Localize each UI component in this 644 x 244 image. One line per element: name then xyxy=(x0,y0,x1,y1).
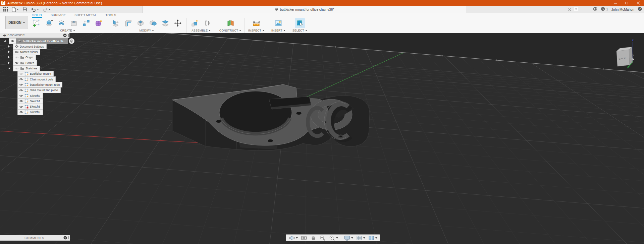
tree-item-sketch5[interactable]: Sketch5 xyxy=(17,93,43,99)
visibility-toggle[interactable] xyxy=(15,56,19,59)
tool-move-button[interactable] xyxy=(173,18,183,28)
ribbon-group-label-modify[interactable]: MODIFY xyxy=(140,29,154,32)
tree-caret-expanded[interactable] xyxy=(8,67,10,69)
tool-press-pull-button[interactable] xyxy=(111,18,121,28)
viewport-canvas[interactable]: Z BACK xyxy=(0,33,644,244)
comments-expand-icon[interactable] xyxy=(63,236,67,240)
browser-collapse-icon[interactable]: ◀◀ xyxy=(3,34,5,37)
ribbon-group-label-insert[interactable]: INSERT xyxy=(271,29,285,32)
ribbon-group-label-assemble[interactable]: ASSEMBLE xyxy=(192,29,211,32)
visibility-toggle[interactable] xyxy=(19,111,23,114)
tool-shell-button[interactable] xyxy=(136,18,146,28)
close-document-icon[interactable] xyxy=(568,6,571,12)
tool-create-sketch-button[interactable] xyxy=(32,18,42,28)
close-button[interactable] xyxy=(633,0,644,6)
tree-caret-collapsed[interactable] xyxy=(8,56,10,59)
browser-minimize-icon[interactable] xyxy=(63,34,67,37)
tool-extrude-button[interactable] xyxy=(44,18,54,28)
nav-layout-grid-button[interactable] xyxy=(355,235,366,241)
activate-component-radio[interactable] xyxy=(69,38,74,44)
browser-panel-header[interactable]: ◀◀ BROWSER xyxy=(0,33,69,38)
tool-hole-button[interactable] xyxy=(69,18,79,28)
notification-center-icon[interactable] xyxy=(601,6,605,12)
redo-button[interactable] xyxy=(41,6,52,12)
undo-button[interactable] xyxy=(30,6,40,12)
job-status-icon[interactable] xyxy=(593,6,597,12)
tree-item-document-settings[interactable]: Document Settings xyxy=(13,44,47,49)
file-menu-button[interactable] xyxy=(10,6,20,12)
ribbon-group-divider xyxy=(268,18,268,33)
tree-caret-collapsed[interactable] xyxy=(8,61,10,64)
visibility-toggle[interactable] xyxy=(19,105,23,108)
tree-item-buttkicker-mount-for-office-ch-[interactable]: buttkicker mount for office ch... xyxy=(16,38,68,44)
tool-revolve-button[interactable] xyxy=(56,18,66,28)
tool-select-button[interactable] xyxy=(295,18,305,28)
tool-fillet-button[interactable] xyxy=(123,18,133,28)
tree-row: Origin xyxy=(13,55,36,60)
tree-caret-collapsed[interactable] xyxy=(8,45,10,48)
tool-insert-image-button[interactable] xyxy=(273,18,283,28)
ribbon-tab-tools[interactable]: TOOLS xyxy=(105,13,116,18)
fusion360-window: F Autodesk Fusion 360 (Personal - Not fo… xyxy=(0,0,644,244)
visibility-toggle[interactable] xyxy=(15,67,19,70)
tool-plane-button[interactable] xyxy=(225,18,235,28)
sketch-icon xyxy=(24,88,29,92)
tree-item-chair-mount-2nd-piece[interactable]: chair mount 2nd piece xyxy=(17,87,61,93)
nav-orbit-button[interactable] xyxy=(287,235,299,241)
tool-form-button[interactable] xyxy=(94,18,104,28)
tree-item-sketch8[interactable]: Sketch8 xyxy=(17,104,43,110)
tree-item-sketch7[interactable]: Sketch7 xyxy=(17,98,43,104)
user-name[interactable]: John McMahon xyxy=(611,8,634,11)
nav-viewports-button[interactable] xyxy=(367,235,378,241)
nav-fit-button[interactable] xyxy=(328,235,339,241)
minimize-button[interactable] xyxy=(610,0,621,6)
visibility-toggle[interactable] xyxy=(9,38,16,44)
visibility-toggle[interactable] xyxy=(19,78,23,81)
tree-caret-expanded[interactable] xyxy=(3,40,6,42)
tree-item-buttkicker-mount[interactable]: Buttkicker mount xyxy=(17,71,54,77)
tool-combine-button[interactable] xyxy=(148,18,158,28)
nav-zoom-button[interactable] xyxy=(318,235,327,241)
visibility-toggle[interactable] xyxy=(19,94,23,97)
tree-row: Sketch7 xyxy=(17,99,43,104)
tree-item-bodies[interactable]: Bodies xyxy=(13,60,37,66)
sketch-icon xyxy=(24,94,29,98)
app-grid-button[interactable] xyxy=(2,6,9,12)
tool-split-button[interactable] xyxy=(160,18,170,28)
tree-item-sketches[interactable]: Sketches xyxy=(13,66,40,71)
document-tab[interactable]: buttkicker mount for office chair v36* xyxy=(142,6,466,13)
browser-resize-handle[interactable] xyxy=(68,34,69,37)
visibility-toggle[interactable] xyxy=(19,83,23,86)
ribbon-tab-solid[interactable]: SOLID xyxy=(32,13,42,18)
tree-item-origin[interactable]: Origin xyxy=(13,55,36,60)
ribbon-tab-surface[interactable]: SURFACE xyxy=(51,13,66,18)
comments-panel-header[interactable]: COMMENTS xyxy=(0,235,70,241)
nav-pan-button[interactable] xyxy=(309,235,318,241)
nav-look-at-button[interactable] xyxy=(300,235,308,241)
ribbon-tab-sheet-metal[interactable]: SHEET METAL xyxy=(74,13,97,18)
nav-display-settings-button[interactable] xyxy=(343,235,354,241)
ribbon-group-label-create[interactable]: CREATE xyxy=(60,29,75,32)
tool-pattern-button[interactable] xyxy=(81,18,91,28)
design-menu-button[interactable]: DESIGN xyxy=(5,16,28,29)
tool-joint-button[interactable] xyxy=(202,18,212,28)
visibility-toggle[interactable] xyxy=(19,72,23,75)
tree-item-sketch9[interactable]: Sketch9 xyxy=(17,109,43,115)
ribbon-group-label-construct[interactable]: CONSTRUCT xyxy=(219,29,241,32)
visibility-toggle[interactable] xyxy=(19,89,23,92)
help-button[interactable]: ? xyxy=(638,6,642,12)
ribbon-group-label-select[interactable]: SELECT xyxy=(292,29,307,32)
tool-new-component-button[interactable] xyxy=(190,18,200,28)
ribbon-group-label-inspect[interactable]: INSPECT xyxy=(248,29,264,32)
maximize-button[interactable] xyxy=(621,0,633,6)
tool-measure-button[interactable] xyxy=(251,18,261,28)
visibility-toggle[interactable] xyxy=(19,100,23,103)
visibility-toggle[interactable] xyxy=(15,61,19,64)
tree-item-named-views[interactable]: Named Views xyxy=(13,49,40,55)
comments-resize-handle[interactable] xyxy=(68,236,69,239)
tree-caret-collapsed[interactable] xyxy=(8,50,10,53)
save-button[interactable] xyxy=(21,6,29,12)
tree-item-chair-mount-pole[interactable]: Chair mount / pole xyxy=(17,76,56,82)
tree-item-butterkicker-mount-redo[interactable]: butterkicker mount redo xyxy=(17,82,62,87)
new-document-tab-button[interactable] xyxy=(574,6,578,12)
